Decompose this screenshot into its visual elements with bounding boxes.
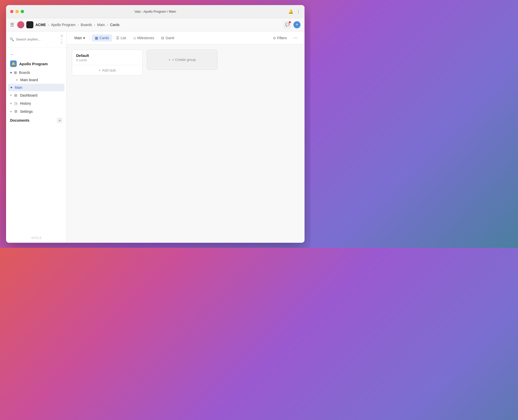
titlebar: Vaiz - Apollo Program / Main 🔔 ⋮ [6,5,305,18]
tab-list[interactable]: ☰ List [113,34,129,41]
add-document-button[interactable]: + [57,118,62,123]
main-layout: 🔍 ⌘ ⇧ S ← 🔔 Apollo Program ▾ ⊞ Boards [6,31,305,243]
main-view-button[interactable]: Main ▾ [72,34,88,41]
cards-tab-icon: ▦ [95,36,98,40]
add-task-icon: + [99,68,101,72]
gantt-tab-label: Gantt [165,36,174,40]
breadcrumb-boards[interactable]: Boards [81,23,92,27]
sep-1: › [48,23,49,27]
dot-icon-history [10,103,12,104]
dashboard-label: Dashboard [20,93,37,97]
close-button[interactable] [10,10,13,13]
sidebar-content: ← 🔔 Apollo Program ▾ ⊞ Boards Main board [6,47,67,233]
create-group-button[interactable]: + + Create group [147,50,218,70]
boards-icon: ⊞ [14,71,17,75]
boards-header[interactable]: ▾ ⊞ Boards [6,69,67,76]
mainboard-label: Main board [20,78,38,82]
breadcrumb-cards[interactable]: Cards [110,23,119,27]
notification-icon[interactable]: 🔔 [288,9,293,14]
search-bar: 🔍 ⌘ ⇧ S [6,31,67,47]
documents-label: Documents [10,118,29,122]
tab-milestones[interactable]: ◇ Milestones [130,34,157,41]
sidebar-item-mainboard[interactable]: Main board [6,76,67,84]
filters-label: Filters [277,36,287,40]
content-toolbar: Main ▾ ▦ Cards ☰ List ◇ Milestones [67,31,305,45]
filters-button[interactable]: ⊙ Filters [270,34,289,41]
default-group-card: Default 0 cards + Add task [72,50,143,76]
chat-icon: 💬 [285,23,290,27]
breadcrumb-apollo[interactable]: Apollo Program [51,23,76,27]
header-nav: ☰ ACME › Apollo Program › Boards › Main … [6,18,305,31]
dot-active-icon [11,87,12,88]
version-label: v0.51.0 [6,233,67,243]
apollo-header: 🔔 Apollo Program [6,58,67,69]
cards-tab-label: Cards [99,36,109,40]
history-icon: ◷ [14,101,17,106]
minimize-button[interactable] [15,10,19,13]
list-tab-icon: ☰ [116,36,119,40]
board-area: Default 0 cards + Add task + + Create gr… [67,45,305,243]
back-button[interactable]: ← [6,50,67,58]
create-group-icon: + [168,58,170,62]
documents-section: Documents + [6,116,67,125]
user-avatar [17,21,24,28]
list-tab-label: List [121,36,126,40]
history-label: History [20,101,31,105]
main-label: Main [15,85,22,90]
chat-button[interactable]: 💬 [283,21,291,29]
sidebar-item-settings[interactable]: ⚙ Settings [6,107,67,116]
create-group-label: + Create group [172,58,196,62]
toolbar-right: ⊙ Filters ⋯ [270,34,299,42]
sidebar-item-history[interactable]: ◷ History [6,99,67,107]
more-options-icon[interactable]: ⋮ [296,9,300,14]
add-button[interactable]: + [293,21,300,28]
card-group-header: Default 0 cards [72,50,142,64]
toolbar-divider [90,35,90,40]
sep-3: › [94,23,95,27]
breadcrumb-main[interactable]: Main [97,23,105,27]
milestones-tab-icon: ◇ [133,36,136,40]
chat-badge [289,21,291,23]
main-label: Main [74,36,82,40]
settings-label: Settings [20,109,33,114]
header-right: 💬 + [283,21,300,29]
group-count: 0 cards [76,58,138,62]
window-title: Vaiz - Apollo Program / Main [135,10,176,13]
chevron-icon: ▾ [83,36,85,40]
gantt-tab-icon: ⊟ [161,36,164,40]
dot-icon-settings [10,111,12,112]
org-name: ACME [35,23,46,27]
sidebar-item-main[interactable]: Main [8,84,64,91]
dot-icon-dashboard [10,95,12,96]
sep-4: › [107,23,108,27]
search-icon: 🔍 [10,37,14,41]
back-icon: ← [10,52,14,56]
maximize-button[interactable] [21,10,24,13]
boards-label: Boards [19,71,30,75]
add-task-button[interactable]: + Add task [72,65,142,75]
hamburger-icon[interactable]: ☰ [10,22,14,28]
apollo-icon: 🔔 [10,60,17,67]
chevron-down-icon: ▾ [10,71,12,75]
sidebar-item-dashboard[interactable]: ⊞ Dashboard [6,91,67,99]
tab-cards[interactable]: ▦ Cards [92,34,112,41]
sep-2: › [77,23,79,27]
search-shortcut: ⌘ ⇧ S [60,34,63,44]
content-area: Main ▾ ▦ Cards ☰ List ◇ Milestones [67,31,305,243]
add-task-label: Add task [102,68,116,72]
more-button[interactable]: ⋯ [291,34,299,42]
org-avatar [26,21,33,28]
window-controls [10,10,24,13]
dot-icon [16,79,18,81]
dashboard-icon: ⊞ [14,93,17,98]
settings-icon: ⚙ [14,109,17,114]
search-input[interactable] [16,37,58,41]
titlebar-actions: 🔔 ⋮ [288,9,300,14]
tab-gantt[interactable]: ⊟ Gantt [158,34,177,41]
milestones-tab-label: Milestones [137,36,154,40]
group-title: Default [76,53,138,58]
apollo-program-label: Apollo Program [19,62,48,66]
filter-icon: ⊙ [273,36,276,40]
sidebar: 🔍 ⌘ ⇧ S ← 🔔 Apollo Program ▾ ⊞ Boards [6,31,67,243]
